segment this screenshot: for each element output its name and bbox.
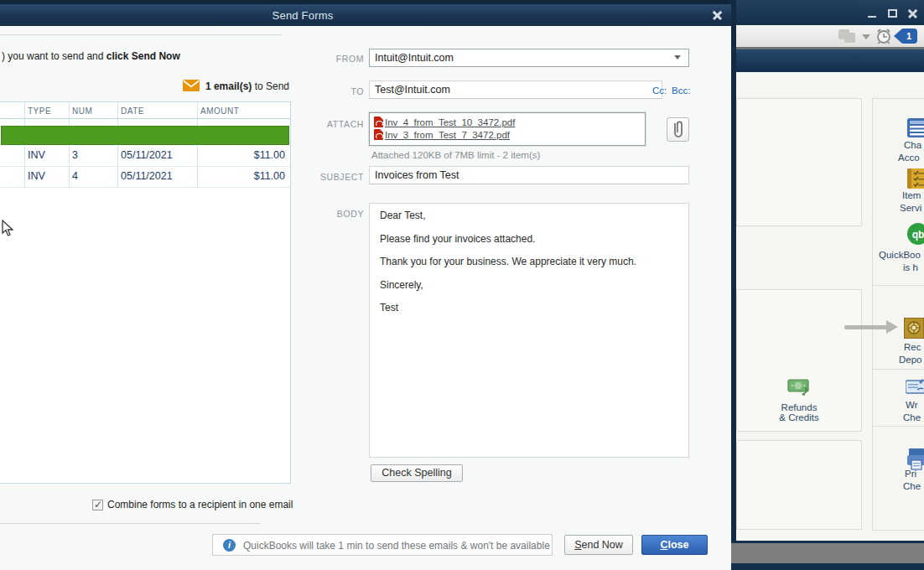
info-icon (223, 539, 236, 552)
column-header-num[interactable]: NUM (72, 106, 92, 116)
attach-label: ATTACH (310, 119, 364, 129)
pointer-arrow-head (886, 320, 898, 334)
dialog-title: Send Forms (0, 9, 605, 22)
pdf-icon (374, 117, 383, 127)
attachment-link[interactable]: Inv_3_from_Test_7_3472.pdf (374, 128, 641, 141)
attachments-box: Inv_4_from_Test_10_3472.pdf Inv_3_from_T… (369, 112, 646, 146)
body-label: BODY (310, 209, 364, 219)
send-info-message: QuickBooks will take 1 min to send these… (212, 534, 553, 556)
body-line: Test (380, 303, 678, 314)
quickbooks-logo-icon: qb (907, 223, 924, 248)
attachment-info-text: Attached 120KB of 7MB limit - 2 item(s) (371, 150, 540, 160)
column-header-type[interactable]: TYPE (28, 106, 51, 116)
dialog-close-button[interactable] (709, 8, 726, 23)
subject-label: SUBJECT (310, 172, 364, 182)
screen: 1 Cha Acco Item Servi qb QuickBoo is h (0, 0, 924, 570)
body-editor[interactable]: Dear Test, Please find your invoices att… (369, 203, 689, 458)
toolbar-dropdown-caret-icon[interactable] (862, 34, 870, 39)
close-button[interactable]: Close (641, 535, 708, 555)
emails-to-send-label: 1 email(s) to Send (0, 80, 289, 94)
instruction-text: ) you want to send and click Send Now (2, 50, 180, 62)
send-forms-table: TYPE NUM DATE AMOUNT INV 3 05/11/2021 $1… (0, 101, 291, 484)
send-now-button[interactable]: Send Now (564, 535, 633, 555)
panel-divider (872, 98, 873, 530)
column-header-date[interactable]: DATE (121, 106, 144, 116)
email-envelope-icon (183, 80, 200, 94)
table-row[interactable]: INV 4 05/11/2021 $11.00 (0, 166, 290, 187)
home-panel (736, 440, 862, 530)
combine-forms-label: Combine forms to a recipient in one emai… (107, 499, 293, 510)
maximize-icon (888, 9, 897, 18)
home-item-refunds-credits[interactable]: Refunds & Credits (757, 377, 841, 422)
cc-link[interactable]: Cc: (652, 86, 667, 96)
from-input[interactable] (369, 49, 689, 67)
svg-text:qb: qb (912, 229, 924, 241)
check-spelling-button[interactable]: Check Spelling (371, 464, 463, 482)
refunds-credits-icon (787, 377, 811, 402)
to-label: TO (310, 86, 364, 96)
body-line: Thank you for your business. We apprecia… (380, 256, 678, 267)
pdf-icon (374, 129, 383, 140)
maximize-button[interactable] (885, 7, 899, 20)
attachment-link[interactable]: Inv_4_from_Test_10_3472.pdf (374, 116, 641, 128)
from-label: FROM (310, 54, 364, 64)
minimize-icon (868, 16, 876, 18)
table-row-selected[interactable] (1, 126, 289, 145)
mouse-cursor (2, 220, 13, 241)
paperclip-icon (667, 118, 688, 141)
write-checks-icon (906, 379, 924, 397)
add-attachment-button[interactable] (667, 117, 689, 142)
attach-documents-icon[interactable] (838, 29, 857, 43)
table-row[interactable]: INV 3 05/11/2021 $11.00 (0, 145, 290, 166)
chart-of-accounts-icon (907, 118, 924, 141)
home-panel (736, 98, 862, 226)
column-header-amount[interactable]: AMOUNT (200, 106, 239, 116)
body-line: Sincerely, (380, 280, 678, 291)
home-banner (736, 49, 924, 72)
subject-input[interactable] (369, 166, 689, 184)
close-window-button[interactable] (906, 7, 919, 20)
body-line: Dear Test, (380, 210, 678, 221)
bcc-link[interactable]: Bcc: (672, 86, 690, 96)
body-line: Please find your invoices attached. (380, 234, 678, 245)
to-input[interactable] (369, 80, 662, 99)
items-services-icon (907, 168, 924, 192)
status-bar (731, 543, 924, 563)
reminders-count-badge[interactable]: 1 (901, 28, 917, 44)
record-deposits-icon (904, 318, 924, 342)
combine-forms-checkbox[interactable] (92, 500, 103, 510)
pointer-arrow (844, 325, 888, 329)
reminders-clock-icon[interactable] (875, 27, 893, 45)
minimize-button[interactable] (865, 7, 879, 20)
